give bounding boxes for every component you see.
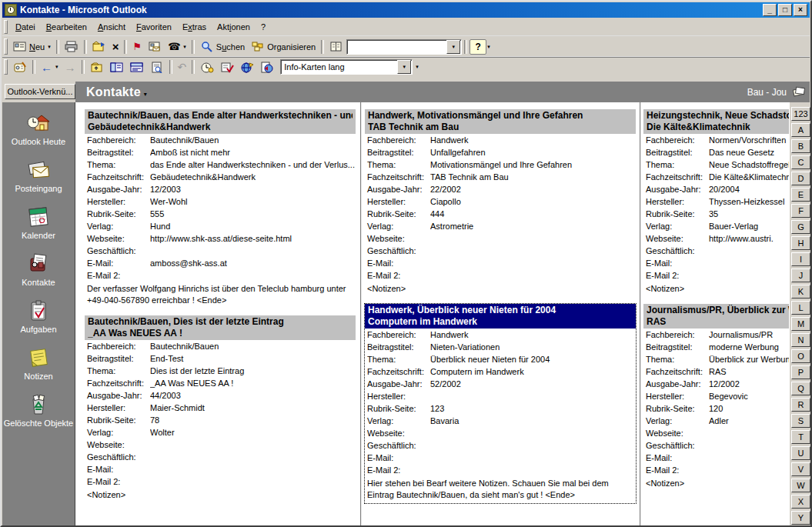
field-value[interactable]: 123 [430,404,636,413]
alphabet-button-r[interactable]: R [791,398,810,412]
field-value[interactable]: End-Test [150,354,356,363]
undo-button[interactable]: ↶ [175,61,190,74]
autodial-dropdown-icon[interactable]: ▾ [183,44,186,50]
field-value[interactable]: http://www.shk-ass.at/diese-seite.html [150,234,356,243]
flag-for-followup-button[interactable]: ⚑ [129,40,145,53]
card-notes[interactable]: <Notizen> [85,488,356,503]
field-value[interactable]: Thyssen-Heizkessel [709,197,789,206]
field-value[interactable]: Handwerk [430,330,636,339]
menu-grip[interactable] [4,20,8,33]
up-one-level-button[interactable] [87,60,107,75]
minimize-button[interactable]: _ [763,4,777,16]
delete-button[interactable]: × [109,40,122,53]
card-header[interactable]: Bautechnik/Bauen, das Ende alter Handwer… [85,109,356,134]
alphabet-button-b[interactable]: B [791,139,810,153]
autodial-button[interactable]: ☎ ▾ [165,40,189,53]
field-value[interactable]: TAB Technik am Bau [430,172,636,182]
field-value[interactable]: Wolter [150,428,356,437]
field-value[interactable]: moderne Werbung [709,342,789,352]
contact-card-selected[interactable]: Handwerk, Überblick neuer Nieten für 200… [365,304,636,503]
sidebar-item-geloeschte-objekte[interactable]: Gelöschte Objekte [3,393,74,428]
alphabet-button-h[interactable]: H [791,236,810,250]
alphabet-button-p[interactable]: P [791,365,810,379]
field-value[interactable]: 44/2003 [150,391,356,400]
field-value[interactable]: Amboß ist nicht mehr [150,148,356,157]
field-value[interactable]: 12/2003 [150,185,356,194]
alphabet-button-123[interactable]: 123 [791,107,810,121]
field-value[interactable]: Begevovic [709,392,789,401]
alphabet-button-g[interactable]: G [791,220,810,234]
menu-item-datei[interactable]: Datei [10,20,41,34]
folder-list-button[interactable] [107,60,127,75]
alphabet-button-q[interactable]: Q [791,382,810,395]
field-value[interactable]: 12/2002 [709,379,789,389]
alphabet-button-o[interactable]: O [791,349,810,363]
field-value[interactable]: Computern im Handwerk [430,367,636,376]
alphabet-button-w[interactable]: W [791,479,810,492]
web-toolbar-button[interactable] [237,60,257,75]
outlook-today-button[interactable] [10,60,30,75]
field-value[interactable]: Ciapollo [430,197,636,206]
field-value[interactable]: 20/2004 [709,185,789,194]
field-value[interactable]: Die Kälte&Klimatechnik [709,172,789,182]
combo-dropdown-icon[interactable]: ▾ [446,40,460,54]
alphabet-button-m[interactable]: M [791,317,810,331]
alphabet-button-k[interactable]: K [791,285,810,299]
card-notes[interactable]: <Notizen> [643,476,789,492]
title-bar[interactable]: Kontakte - Microsoft Outlook _ □ × [2,2,810,18]
menu-item-ansicht[interactable]: Ansicht [92,20,131,34]
contact-card[interactable]: Handwerk, Motivationsmängel und Ihre Gef… [365,109,636,297]
address-book-button[interactable] [326,39,346,54]
current-view-value[interactable]: Info-Karten lang [281,62,396,72]
alphabet-button-j[interactable]: J [791,269,810,282]
go-to-web-button[interactable] [257,60,277,75]
field-value[interactable]: Astrometrie [430,222,636,231]
card-notes[interactable]: Der verfasser Wolfgang Hinrichs ist über… [85,282,356,309]
outlook-bar-header-button[interactable]: Outlook-Verknü... [5,84,75,99]
alphabet-button-n[interactable]: N [791,333,810,347]
field-value[interactable]: Neue Schadstoffregelungen [709,160,789,169]
new-item-button[interactable]: Neu ▾ [10,39,54,54]
card-notes[interactable]: Hier stehen bei Bearf weitere Notizen. S… [365,476,636,503]
field-value[interactable]: Wer-Wohl [150,197,356,206]
alphabet-button-c[interactable]: C [791,155,810,169]
field-value[interactable]: http://www.austri. [709,234,789,243]
close-button[interactable]: × [794,4,807,16]
field-value[interactable]: Das neue Gesetz [709,148,789,157]
card-header[interactable]: Journalismus/PR, Überblick zur WerbungRA… [643,304,789,329]
card-header[interactable]: Handwerk, Motivationsmängel und Ihre Gef… [365,109,636,134]
field-value[interactable]: Überblick zur Werbung [709,355,789,364]
field-value[interactable]: 35 [709,209,789,218]
field-value[interactable]: Handwerk [430,135,636,145]
field-value[interactable]: Gebäudetechnik&Handwerk [150,172,356,182]
field-value[interactable]: Dies ist der letzte Eintrag [150,366,356,375]
menu-item-aktionen[interactable]: Aktionen [212,20,256,34]
card-notes[interactable]: <Notizen> [643,282,789,297]
menu-item-extras[interactable]: Extras [177,20,212,34]
organize-button[interactable]: Organisieren [248,39,319,54]
alphabet-button-a[interactable]: A [791,123,810,137]
field-value[interactable]: Bavaria [430,416,636,425]
card-header[interactable]: Handwerk, Überblick neuer Nieten für 200… [365,304,636,329]
field-value[interactable]: Maier-Schmidt [150,403,356,412]
card-header[interactable]: Heizungstechnik, Neue Schadstoffregelung… [643,109,789,134]
move-to-folder-button[interactable] [89,39,109,54]
reminders-button[interactable] [197,60,217,75]
back-dropdown-icon[interactable]: ▾ [55,64,58,70]
toolbar-grip[interactable] [4,59,8,75]
sidebar-item-outlook-heute[interactable]: Outlook Heute [3,112,74,146]
field-value[interactable]: 52/2002 [430,379,636,389]
field-value[interactable]: amboss@shk-ass.at [150,258,356,268]
outlook-app-icon[interactable] [5,4,17,16]
alphabet-button-s[interactable]: S [791,414,810,428]
sidebar-item-kalender[interactable]: Kalender [3,205,74,240]
sidebar-item-posteingang[interactable]: Posteingang [3,158,74,193]
contacts-card-view[interactable]: Bautechnik/Bauen, das Ende alter Handwer… [75,102,789,526]
alphabet-button-f[interactable]: F [791,204,810,218]
contact-card[interactable]: Journalismus/PR, Überblick zur WerbungRA… [643,304,789,492]
field-value[interactable]: Normen/Vorschriften [709,135,789,145]
alphabet-button-e[interactable]: E [791,188,810,202]
alphabet-button-t[interactable]: T [791,430,810,444]
field-value[interactable]: Bautechnik/Bauen [150,342,356,351]
alphabet-button-y[interactable]: Y [791,511,810,525]
